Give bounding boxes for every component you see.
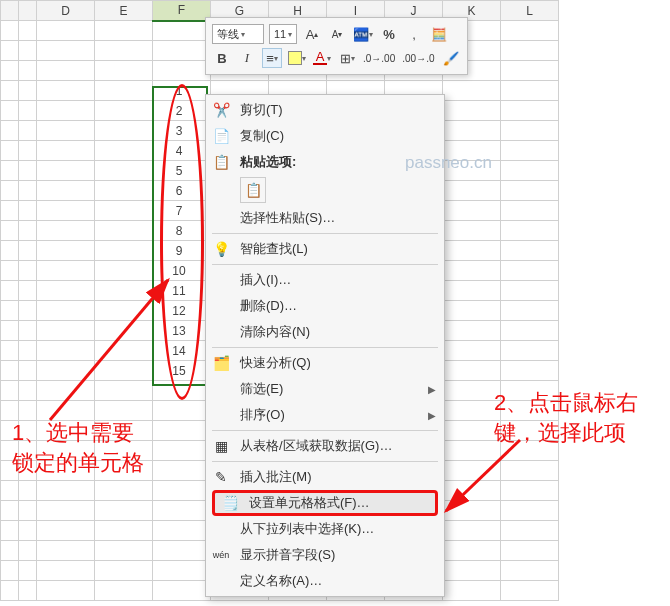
cell[interactable] [95,501,153,521]
cell[interactable] [95,421,153,441]
percent-button[interactable]: % [379,24,399,44]
cell[interactable] [443,321,501,341]
bold-button[interactable]: B [212,48,232,68]
ctx-insert[interactable]: 插入(I)… [206,267,444,293]
cell[interactable] [501,241,559,261]
cell[interactable] [501,301,559,321]
col-header-F[interactable]: F [153,1,211,21]
ctx-dropdown-pick[interactable]: 从下拉列表中选择(K)… [206,516,444,542]
ctx-from-table[interactable]: ▦从表格/区域获取数据(G)… [206,433,444,459]
cell[interactable] [501,421,559,441]
cell[interactable]: 5 [153,161,211,181]
decrease-decimal-button[interactable]: .00→.0 [401,48,435,68]
cell[interactable] [501,141,559,161]
align-button[interactable]: ≡▾ [262,48,282,68]
cell[interactable] [37,461,95,481]
col-header-D[interactable]: D [37,1,95,21]
cell[interactable] [443,561,501,581]
shrink-font-button[interactable]: A▾ [327,24,347,44]
cell[interactable] [95,341,153,361]
comma-button[interactable]: , [404,24,424,44]
cell[interactable] [37,281,95,301]
cell[interactable] [37,401,95,421]
font-size-combo[interactable]: 11▾ [269,24,297,44]
cell[interactable] [443,161,501,181]
ctx-cut[interactable]: ✂️剪切(T) [206,97,444,123]
cell[interactable]: 12 [153,301,211,321]
cell[interactable] [501,361,559,381]
cell[interactable] [37,201,95,221]
col-header-L[interactable]: L [501,1,559,21]
cell[interactable] [153,441,211,461]
cell[interactable] [501,41,559,61]
cell[interactable] [443,221,501,241]
cell[interactable]: 14 [153,341,211,361]
cell[interactable]: 9 [153,241,211,261]
cell[interactable] [443,501,501,521]
cell[interactable] [95,441,153,461]
cell[interactable] [501,61,559,81]
cell[interactable] [501,281,559,301]
cell[interactable] [443,341,501,361]
ctx-define-name[interactable]: 定义名称(A)… [206,568,444,594]
cell[interactable] [501,261,559,281]
ctx-copy[interactable]: 📄复制(C) [206,123,444,149]
cell[interactable]: 13 [153,321,211,341]
cell[interactable] [153,581,211,601]
cell[interactable] [443,141,501,161]
ctx-insert-comment[interactable]: ✎插入批注(M) [206,464,444,490]
ctx-quick-analysis[interactable]: 🗂️快速分析(Q) [206,350,444,376]
cell[interactable] [443,461,501,481]
cell[interactable] [443,261,501,281]
cell[interactable] [153,381,211,401]
cell[interactable] [443,201,501,221]
cell[interactable] [443,581,501,601]
cell[interactable] [501,481,559,501]
cell[interactable] [443,241,501,261]
cell[interactable] [501,541,559,561]
font-name-combo[interactable]: 等线▾ [212,24,264,44]
ctx-sort[interactable]: 排序(O)▶ [206,402,444,428]
cell[interactable] [37,261,95,281]
cell[interactable] [95,101,153,121]
cell[interactable] [37,181,95,201]
cell[interactable] [443,481,501,501]
cell[interactable] [37,61,95,81]
ctx-phonetic[interactable]: wén显示拼音字段(S) [206,542,444,568]
ctx-delete[interactable]: 删除(D)… [206,293,444,319]
cell[interactable] [501,201,559,221]
cell[interactable] [95,401,153,421]
cell[interactable] [443,281,501,301]
cell[interactable] [153,481,211,501]
cell[interactable] [95,461,153,481]
format-painter-button[interactable]: 🖌️ [441,48,461,68]
cell[interactable] [501,81,559,101]
cell[interactable] [501,561,559,581]
cell[interactable] [95,381,153,401]
cond-format-button[interactable]: 🧮 [429,24,449,44]
cell[interactable] [37,501,95,521]
cell[interactable] [95,361,153,381]
cell[interactable] [95,221,153,241]
accounting-format-button[interactable]: 🏧▾ [352,24,374,44]
cell[interactable] [95,261,153,281]
cell[interactable] [37,341,95,361]
cell[interactable] [501,161,559,181]
cell[interactable] [95,301,153,321]
cell[interactable] [443,301,501,321]
cell[interactable] [501,521,559,541]
cell[interactable]: 7 [153,201,211,221]
cell[interactable] [37,481,95,501]
cell[interactable] [443,81,501,101]
cell[interactable] [37,441,95,461]
cell[interactable] [37,381,95,401]
cell[interactable] [95,181,153,201]
cell[interactable] [95,241,153,261]
cell[interactable] [37,301,95,321]
cell[interactable] [37,581,95,601]
cell[interactable] [501,461,559,481]
cell[interactable] [37,81,95,101]
cell[interactable] [501,121,559,141]
cell[interactable]: 15 [153,361,211,381]
cell[interactable] [443,181,501,201]
